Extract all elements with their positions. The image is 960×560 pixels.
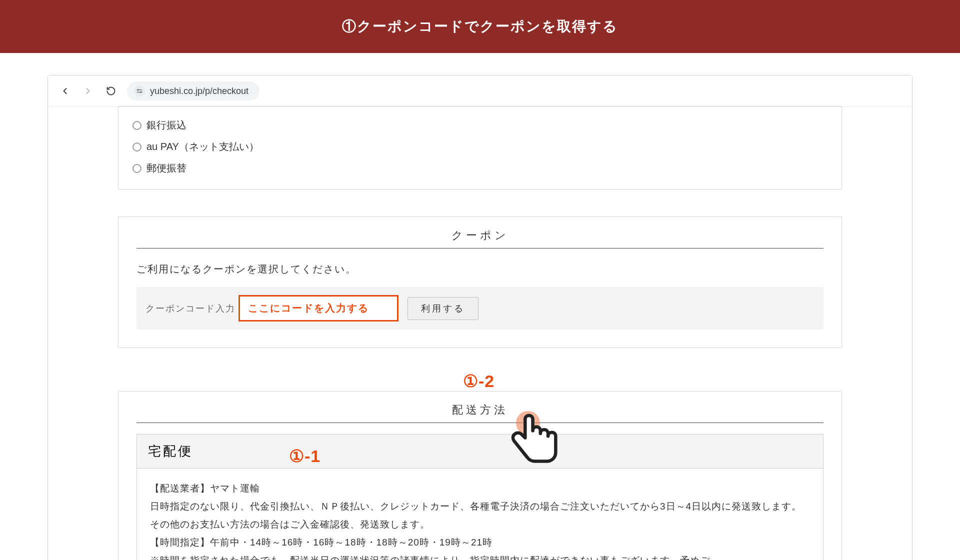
shipping-line: その他のお支払い方法の場合はご入金確認後、発送致します。 xyxy=(150,516,810,534)
site-settings-icon[interactable] xyxy=(134,86,145,96)
radio-icon xyxy=(132,142,142,152)
forward-button[interactable] xyxy=(81,84,95,98)
pointer-hand-icon xyxy=(508,410,563,470)
instruction-header: ①クーポンコードでクーポンを取得する xyxy=(0,0,960,53)
shipping-line: ※時間を指定された場合でも、配送当日の運送状況等の諸事情により、指定時間内に配達… xyxy=(150,552,810,560)
apply-coupon-button[interactable]: 利用する xyxy=(408,297,478,320)
shipping-line: 【時間指定】午前中・14時～16時・16時～18時・18時～20時・19時～21… xyxy=(150,534,810,552)
radio-icon xyxy=(132,164,142,173)
annotation-step-1-2: ①-2 xyxy=(463,371,494,391)
browser-toolbar: yubeshi.co.jp/p/checkout xyxy=(48,76,912,107)
instruction-title: ①クーポンコードでクーポンを取得する xyxy=(342,18,618,34)
coupon-field-label: クーポンコード入力 xyxy=(146,302,236,314)
payment-option[interactable]: 郵便振替 xyxy=(132,158,828,179)
payment-option[interactable]: au PAY（ネット支払い） xyxy=(132,136,828,158)
coupon-section-title: クーポン xyxy=(136,217,824,248)
payment-option[interactable]: 銀行振込 xyxy=(132,114,828,136)
svg-point-0 xyxy=(138,90,138,90)
payment-option-label: 銀行振込 xyxy=(146,118,186,132)
coupon-input-row: クーポンコード入力 ここにコードを入力する 利用する xyxy=(136,287,824,330)
shipping-method: 宅配便 【配送業者】ヤマト運輸 日時指定のない限り、代金引換払い、ＮＰ後払い、ク… xyxy=(136,434,824,560)
url-text: yubeshi.co.jp/p/checkout xyxy=(150,86,248,96)
browser-screenshot: yubeshi.co.jp/p/checkout 銀行振込 au PAY（ネット… xyxy=(48,75,912,560)
back-button[interactable] xyxy=(58,84,72,98)
payment-option-label: 郵便振替 xyxy=(146,162,186,175)
coupon-code-input[interactable]: ここにコードを入力する xyxy=(238,295,398,322)
page-content: 銀行振込 au PAY（ネット支払い） 郵便振替 クーポン ご利用になるクーポン… xyxy=(48,106,912,560)
address-bar[interactable]: yubeshi.co.jp/p/checkout xyxy=(127,82,260,100)
coupon-section: クーポン ご利用になるクーポンを選択してください。 クーポンコード入力 ここにコ… xyxy=(118,216,842,348)
payment-options-box: 銀行振込 au PAY（ネット支払い） 郵便振替 xyxy=(118,106,842,190)
shipping-method-name: 宅配便 xyxy=(137,434,823,468)
shipping-line: 日時指定のない限り、代金引換払い、ＮＰ後払い、クレジットカード、各種電子決済の場… xyxy=(150,498,810,516)
shipping-method-body: 【配送業者】ヤマト運輸 日時指定のない限り、代金引換払い、ＮＰ後払い、クレジット… xyxy=(137,468,823,560)
shipping-line: 【配送業者】ヤマト運輸 xyxy=(150,480,810,498)
shipping-section-title: 配送方法 xyxy=(136,392,824,423)
radio-icon xyxy=(132,121,142,130)
coupon-prompt: ご利用になるクーポンを選択してください。 xyxy=(136,262,824,276)
annotation-step-1-1: ①-1 xyxy=(289,446,320,466)
svg-point-1 xyxy=(140,92,142,92)
reload-button[interactable] xyxy=(104,84,118,98)
payment-option-label: au PAY（ネット支払い） xyxy=(146,140,259,154)
shipping-section: 配送方法 宅配便 【配送業者】ヤマト運輸 日時指定のない限り、代金引換払い、ＮＰ… xyxy=(118,391,842,560)
